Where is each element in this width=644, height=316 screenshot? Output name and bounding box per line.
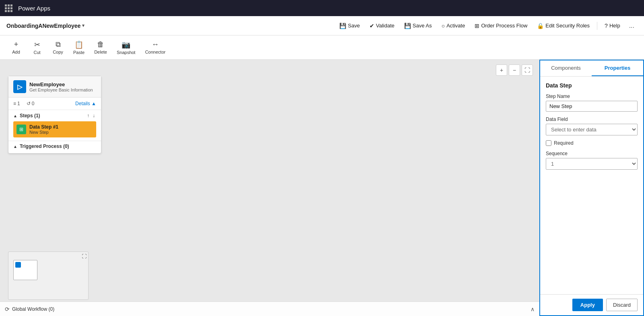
steps-arrow-buttons: ↑ ↓ — [86, 112, 96, 119]
minimap-card-icon — [15, 262, 21, 268]
process-card-stats: ≡ 1 ↺ 0 Details ▲ — [13, 101, 96, 106]
snapshot-icon: 📷 — [122, 40, 130, 49]
header-actions: 💾 Save ✔ Validate 💾 Save As ○ Activate ⊞… — [335, 20, 638, 31]
save-icon: 💾 — [339, 23, 346, 29]
steps-header-label: Steps (1) — [20, 113, 40, 118]
title-chevron-icon[interactable]: ▾ — [82, 23, 85, 28]
validate-button[interactable]: ✔ Validate — [365, 21, 398, 31]
save-as-button[interactable]: 💾 Save As — [400, 21, 436, 31]
step-item-info: Data Step #1 New Step — [29, 124, 58, 135]
discard-button[interactable]: Discard — [606, 299, 638, 311]
details-button[interactable]: Details ▲ — [75, 101, 96, 106]
help-icon: ? — [605, 23, 608, 29]
validate-label: Validate — [376, 23, 394, 29]
data-field-select[interactable]: Select to enter data — [546, 124, 638, 135]
triggered-stat-count: 0 — [32, 101, 35, 106]
connector-icon: ↔ — [152, 40, 159, 49]
step-name-label: Step Name — [546, 94, 638, 99]
connector-toolbar-item[interactable]: ↔ Connector — [141, 38, 169, 57]
sequence-select[interactable]: 12345 — [546, 158, 638, 170]
process-card-icon: ▷ — [13, 80, 26, 93]
apply-button[interactable]: Apply — [572, 299, 603, 311]
triggered-stat: ↺ 0 — [27, 101, 35, 106]
help-label: Help — [609, 23, 620, 29]
add-toolbar-item[interactable]: + Add — [6, 38, 26, 57]
right-panel: Components Properties Data Step Step Nam… — [539, 60, 644, 316]
required-label: Required — [554, 140, 574, 146]
zoom-out-button[interactable]: − — [509, 64, 520, 76]
step-name-input[interactable] — [546, 101, 638, 112]
process-card-title: NewEmployee — [29, 81, 93, 87]
steps-collapse-icon: ▲ — [13, 114, 17, 118]
delete-icon: 🗑 — [97, 40, 104, 49]
panel-footer: Apply Discard — [540, 294, 643, 315]
paste-label: Paste — [73, 50, 85, 55]
tab-components[interactable]: Components — [540, 60, 592, 76]
edit-security-roles-label: Edit Security Roles — [545, 23, 590, 29]
tab-properties[interactable]: Properties — [592, 60, 643, 76]
steps-header: ▲ Steps (1) ↑ ↓ — [13, 112, 96, 119]
step-move-down-button[interactable]: ↓ — [91, 112, 96, 119]
data-step-icon: ⊞ — [17, 125, 26, 134]
delete-toolbar-item[interactable]: 🗑 Delete — [90, 38, 111, 57]
snapshot-label: Snapshot — [117, 50, 135, 55]
save-as-label: Save As — [413, 23, 432, 29]
activate-button[interactable]: ○ Activate — [438, 21, 469, 31]
global-workflow-label: Global Workflow (0) — [12, 306, 528, 312]
activate-icon: ○ — [442, 23, 445, 29]
connector-label: Connector — [145, 50, 165, 54]
paste-toolbar-item[interactable]: 📋 Paste — [69, 38, 89, 57]
steps-section: ▲ Steps (1) ↑ ↓ ⊞ Data Step #1 New Step — [8, 110, 101, 141]
paste-icon: 📋 — [74, 40, 83, 49]
toolbar: + Add ✂ Cut ⧉ Copy 📋 Paste 🗑 Delete 📷 Sn… — [0, 35, 644, 60]
global-workflow-collapse-button[interactable]: ∧ — [530, 306, 535, 312]
steps-stat-icon: ≡ — [13, 101, 16, 106]
app-name: Power Apps — [18, 5, 50, 12]
apps-grid-icon[interactable] — [5, 4, 12, 12]
data-field-label: Data Field — [546, 116, 638, 122]
order-process-flow-label: Order Process Flow — [481, 23, 527, 29]
process-card-subtitle: Get Employee Basic Information — [29, 87, 93, 92]
copy-label: Copy — [53, 50, 63, 54]
sequence-label: Sequence — [546, 151, 638, 156]
header-separator — [597, 22, 597, 30]
triggered-header-label: Triggered Process (0) — [20, 143, 69, 149]
save-button[interactable]: 💾 Save — [335, 21, 364, 31]
breadcrumb: OnboardingANewEmployee ▾ — [6, 23, 330, 29]
steps-stat: ≡ 1 — [13, 101, 20, 106]
triggered-stat-icon: ↺ — [27, 101, 31, 106]
panel-content: Data Step Step Name Data Field Select to… — [540, 77, 643, 294]
panel-section-title: Data Step — [546, 82, 638, 89]
validate-icon: ✔ — [369, 23, 374, 29]
order-process-flow-icon: ⊞ — [475, 23, 479, 29]
main-area: + − ⛶ ▷ NewEmployee Get Employee Basic I… — [0, 60, 644, 316]
edit-security-roles-button[interactable]: 🔒 Edit Security Roles — [533, 21, 594, 31]
more-options-button[interactable]: ... — [626, 20, 638, 31]
global-workflow-bar: ⟳ Global Workflow (0) ∧ — [0, 301, 539, 316]
cut-label: Cut — [33, 50, 40, 55]
zoom-in-button[interactable]: + — [496, 64, 507, 76]
step-item-data-step-1[interactable]: ⊞ Data Step #1 New Step — [13, 121, 96, 137]
process-card-header: ▷ NewEmployee Get Employee Basic Informa… — [8, 76, 101, 98]
triggered-collapse-icon: ▲ — [13, 144, 17, 149]
triggered-section: ▲ Triggered Process (0) — [8, 141, 101, 153]
copy-toolbar-item[interactable]: ⧉ Copy — [48, 38, 68, 57]
required-checkbox[interactable] — [546, 140, 551, 146]
help-button[interactable]: ? Help — [601, 21, 624, 31]
step-move-up-button[interactable]: ↑ — [86, 112, 91, 119]
step-item-name: Data Step #1 — [29, 124, 58, 130]
minimap-card — [13, 260, 37, 280]
cut-toolbar-item[interactable]: ✂ Cut — [27, 38, 47, 57]
topbar: Power Apps — [0, 0, 644, 16]
page-title: OnboardingANewEmployee — [6, 23, 80, 29]
canvas-area: + − ⛶ ▷ NewEmployee Get Employee Basic I… — [0, 60, 539, 316]
order-process-flow-button[interactable]: ⊞ Order Process Flow — [471, 21, 531, 31]
save-label: Save — [348, 23, 360, 29]
minimap-expand-button[interactable]: ⛶ — [82, 254, 87, 259]
steps-stat-count: 1 — [17, 101, 20, 106]
fit-to-screen-button[interactable]: ⛶ — [522, 64, 533, 76]
security-lock-icon: 🔒 — [537, 23, 544, 29]
snapshot-toolbar-item[interactable]: 📷 Snapshot — [113, 38, 139, 57]
process-card: ▷ NewEmployee Get Employee Basic Informa… — [8, 76, 101, 154]
delete-label: Delete — [94, 50, 107, 54]
